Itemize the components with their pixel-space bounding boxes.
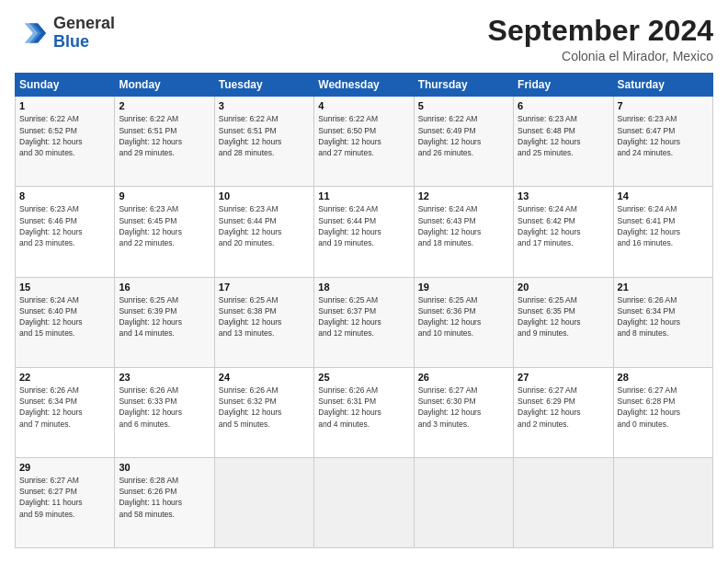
month-title: September 2024 bbox=[488, 15, 713, 47]
calendar-week-1: 1Sunrise: 6:22 AM Sunset: 6:52 PM Daylig… bbox=[16, 97, 713, 187]
day-info: Sunrise: 6:25 AM Sunset: 6:38 PM Dayligh… bbox=[219, 294, 310, 339]
calendar-cell: 16Sunrise: 6:25 AM Sunset: 6:39 PM Dayli… bbox=[115, 277, 214, 367]
calendar-cell: 28Sunrise: 6:27 AM Sunset: 6:28 PM Dayli… bbox=[613, 367, 712, 457]
calendar-cell: 2Sunrise: 6:22 AM Sunset: 6:51 PM Daylig… bbox=[115, 97, 214, 187]
calendar-cell: 8Sunrise: 6:23 AM Sunset: 6:46 PM Daylig… bbox=[16, 187, 115, 277]
calendar-cell: 14Sunrise: 6:24 AM Sunset: 6:41 PM Dayli… bbox=[613, 187, 712, 277]
day-info: Sunrise: 6:23 AM Sunset: 6:45 PM Dayligh… bbox=[119, 203, 210, 248]
logo-icon bbox=[15, 17, 48, 50]
calendar-cell: 15Sunrise: 6:24 AM Sunset: 6:40 PM Dayli… bbox=[16, 277, 115, 367]
day-info: Sunrise: 6:23 AM Sunset: 6:44 PM Dayligh… bbox=[219, 203, 310, 248]
day-number: 25 bbox=[318, 372, 409, 383]
day-number: 20 bbox=[518, 282, 609, 293]
day-number: 7 bbox=[618, 100, 709, 111]
day-number: 29 bbox=[19, 462, 110, 473]
calendar-cell: 1Sunrise: 6:22 AM Sunset: 6:52 PM Daylig… bbox=[16, 97, 115, 187]
day-info: Sunrise: 6:26 AM Sunset: 6:34 PM Dayligh… bbox=[618, 294, 709, 339]
day-info: Sunrise: 6:25 AM Sunset: 6:39 PM Dayligh… bbox=[119, 294, 210, 339]
day-number: 18 bbox=[318, 282, 409, 293]
day-number: 15 bbox=[19, 282, 110, 293]
day-number: 11 bbox=[318, 190, 409, 201]
day-number: 10 bbox=[219, 190, 310, 201]
day-number: 19 bbox=[418, 282, 509, 293]
calendar-week-2: 8Sunrise: 6:23 AM Sunset: 6:46 PM Daylig… bbox=[16, 187, 713, 277]
calendar-cell: 26Sunrise: 6:27 AM Sunset: 6:30 PM Dayli… bbox=[414, 367, 513, 457]
calendar-cell: 11Sunrise: 6:24 AM Sunset: 6:44 PM Dayli… bbox=[314, 187, 414, 277]
day-number: 23 bbox=[119, 372, 210, 383]
day-info: Sunrise: 6:24 AM Sunset: 6:41 PM Dayligh… bbox=[618, 203, 709, 248]
day-number: 24 bbox=[219, 372, 310, 383]
calendar-week-3: 15Sunrise: 6:24 AM Sunset: 6:40 PM Dayli… bbox=[16, 277, 713, 367]
calendar-week-5: 29Sunrise: 6:27 AM Sunset: 6:27 PM Dayli… bbox=[16, 457, 713, 547]
calendar-cell: 20Sunrise: 6:25 AM Sunset: 6:35 PM Dayli… bbox=[514, 277, 613, 367]
day-info: Sunrise: 6:28 AM Sunset: 6:26 PM Dayligh… bbox=[119, 475, 210, 520]
location: Colonia el Mirador, Mexico bbox=[488, 49, 713, 63]
day-info: Sunrise: 6:26 AM Sunset: 6:31 PM Dayligh… bbox=[318, 385, 409, 430]
calendar-header-row: SundayMondayTuesdayWednesdayThursdayFrid… bbox=[16, 74, 713, 97]
logo-text: General Blue bbox=[53, 15, 115, 52]
calendar-cell: 13Sunrise: 6:24 AM Sunset: 6:42 PM Dayli… bbox=[514, 187, 613, 277]
calendar-cell: 3Sunrise: 6:22 AM Sunset: 6:51 PM Daylig… bbox=[214, 97, 313, 187]
day-info: Sunrise: 6:25 AM Sunset: 6:37 PM Dayligh… bbox=[318, 294, 409, 339]
calendar-cell: 9Sunrise: 6:23 AM Sunset: 6:45 PM Daylig… bbox=[115, 187, 214, 277]
day-number: 12 bbox=[418, 190, 509, 201]
logo-general: General bbox=[53, 15, 115, 33]
day-number: 27 bbox=[518, 372, 609, 383]
calendar-cell bbox=[314, 457, 414, 547]
calendar-cell: 10Sunrise: 6:23 AM Sunset: 6:44 PM Dayli… bbox=[214, 187, 313, 277]
day-number: 3 bbox=[219, 100, 310, 111]
day-info: Sunrise: 6:23 AM Sunset: 6:48 PM Dayligh… bbox=[518, 113, 609, 158]
day-info: Sunrise: 6:26 AM Sunset: 6:32 PM Dayligh… bbox=[219, 385, 310, 430]
day-number: 6 bbox=[518, 100, 609, 111]
calendar-cell: 29Sunrise: 6:27 AM Sunset: 6:27 PM Dayli… bbox=[16, 457, 115, 547]
day-info: Sunrise: 6:26 AM Sunset: 6:33 PM Dayligh… bbox=[119, 385, 210, 430]
day-info: Sunrise: 6:25 AM Sunset: 6:36 PM Dayligh… bbox=[418, 294, 509, 339]
day-number: 4 bbox=[318, 100, 409, 111]
calendar-cell: 5Sunrise: 6:22 AM Sunset: 6:49 PM Daylig… bbox=[414, 97, 513, 187]
calendar-cell: 4Sunrise: 6:22 AM Sunset: 6:50 PM Daylig… bbox=[314, 97, 414, 187]
calendar-cell: 21Sunrise: 6:26 AM Sunset: 6:34 PM Dayli… bbox=[613, 277, 712, 367]
day-number: 22 bbox=[19, 372, 110, 383]
day-number: 16 bbox=[119, 282, 210, 293]
day-info: Sunrise: 6:24 AM Sunset: 6:40 PM Dayligh… bbox=[19, 294, 110, 339]
day-info: Sunrise: 6:22 AM Sunset: 6:51 PM Dayligh… bbox=[219, 113, 310, 158]
day-info: Sunrise: 6:24 AM Sunset: 6:44 PM Dayligh… bbox=[318, 203, 409, 248]
day-info: Sunrise: 6:24 AM Sunset: 6:43 PM Dayligh… bbox=[418, 203, 509, 248]
day-number: 8 bbox=[19, 190, 110, 201]
calendar-cell: 27Sunrise: 6:27 AM Sunset: 6:29 PM Dayli… bbox=[514, 367, 613, 457]
calendar-cell: 17Sunrise: 6:25 AM Sunset: 6:38 PM Dayli… bbox=[214, 277, 313, 367]
calendar-cell: 24Sunrise: 6:26 AM Sunset: 6:32 PM Dayli… bbox=[214, 367, 313, 457]
day-info: Sunrise: 6:27 AM Sunset: 6:27 PM Dayligh… bbox=[19, 475, 110, 520]
day-number: 2 bbox=[119, 100, 210, 111]
calendar-cell: 30Sunrise: 6:28 AM Sunset: 6:26 PM Dayli… bbox=[115, 457, 214, 547]
weekday-header-wednesday: Wednesday bbox=[314, 74, 414, 97]
calendar-cell bbox=[214, 457, 313, 547]
day-info: Sunrise: 6:27 AM Sunset: 6:28 PM Dayligh… bbox=[618, 385, 709, 430]
day-info: Sunrise: 6:22 AM Sunset: 6:50 PM Dayligh… bbox=[318, 113, 409, 158]
calendar-cell: 25Sunrise: 6:26 AM Sunset: 6:31 PM Dayli… bbox=[314, 367, 414, 457]
calendar-cell bbox=[613, 457, 712, 547]
day-number: 14 bbox=[618, 190, 709, 201]
day-info: Sunrise: 6:22 AM Sunset: 6:51 PM Dayligh… bbox=[119, 113, 210, 158]
weekday-header-thursday: Thursday bbox=[414, 74, 513, 97]
calendar-cell: 23Sunrise: 6:26 AM Sunset: 6:33 PM Dayli… bbox=[115, 367, 214, 457]
day-number: 5 bbox=[418, 100, 509, 111]
day-number: 9 bbox=[119, 190, 210, 201]
day-info: Sunrise: 6:22 AM Sunset: 6:49 PM Dayligh… bbox=[418, 113, 509, 158]
calendar-cell: 22Sunrise: 6:26 AM Sunset: 6:34 PM Dayli… bbox=[16, 367, 115, 457]
calendar-week-4: 22Sunrise: 6:26 AM Sunset: 6:34 PM Dayli… bbox=[16, 367, 713, 457]
title-block: September 2024 Colonia el Mirador, Mexic… bbox=[488, 15, 713, 63]
day-info: Sunrise: 6:27 AM Sunset: 6:30 PM Dayligh… bbox=[418, 385, 509, 430]
day-info: Sunrise: 6:26 AM Sunset: 6:34 PM Dayligh… bbox=[19, 385, 110, 430]
weekday-header-monday: Monday bbox=[115, 74, 214, 97]
weekday-header-tuesday: Tuesday bbox=[214, 74, 313, 97]
day-number: 30 bbox=[119, 462, 210, 473]
header: General Blue September 2024 Colonia el M… bbox=[15, 15, 713, 63]
day-number: 17 bbox=[219, 282, 310, 293]
weekday-header-saturday: Saturday bbox=[613, 74, 712, 97]
calendar-cell bbox=[414, 457, 513, 547]
day-info: Sunrise: 6:27 AM Sunset: 6:29 PM Dayligh… bbox=[518, 385, 609, 430]
day-info: Sunrise: 6:25 AM Sunset: 6:35 PM Dayligh… bbox=[518, 294, 609, 339]
weekday-header-sunday: Sunday bbox=[16, 74, 115, 97]
day-info: Sunrise: 6:24 AM Sunset: 6:42 PM Dayligh… bbox=[518, 203, 609, 248]
